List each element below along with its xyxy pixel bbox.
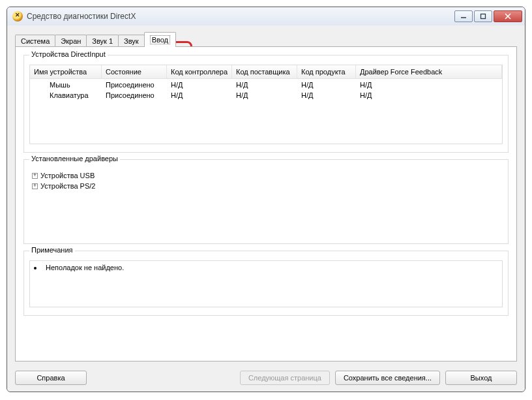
dxdiag-icon — [12, 11, 23, 22]
bullet-icon — [34, 267, 37, 269]
save-all-button[interactable]: Сохранить все сведения... — [335, 371, 440, 385]
next-page-button: Следующая страница — [240, 371, 330, 385]
maximize-button[interactable] — [474, 10, 492, 22]
note-text: Неполадок не найдено. — [46, 264, 124, 271]
window-title: Средство диагностики DirectX — [27, 12, 454, 21]
col-ff[interactable]: Драйвер Force Feedback — [356, 65, 502, 78]
col-vendor[interactable]: Код поставщика — [232, 65, 297, 78]
col-state[interactable]: Состояние — [102, 65, 167, 78]
svg-rect-1 — [481, 14, 486, 19]
group-directinput-devices: Устройства DirectInput Имя устройства Со… — [23, 55, 509, 153]
tab-sound1[interactable]: Звук 1 — [86, 35, 119, 46]
col-product[interactable]: Код продукта — [297, 65, 356, 78]
expand-icon[interactable] — [32, 183, 38, 189]
tree-node-ps2[interactable]: Устройства PS/2 — [32, 181, 503, 191]
window-frame: Средство диагностики DirectX Система Экр… — [7, 7, 525, 392]
help-button[interactable]: Справка — [15, 371, 87, 385]
tree-node-usb[interactable]: Устройства USB — [32, 170, 503, 181]
col-controller[interactable]: Код контроллера — [167, 65, 232, 78]
table-row[interactable]: Мышь Присоединено Н/Д Н/Д Н/Д Н/Д — [30, 80, 502, 90]
titlebar[interactable]: Средство диагностики DirectX — [7, 7, 525, 26]
group-notes-title: Примечания — [29, 246, 75, 254]
tab-sound[interactable]: Звук — [118, 35, 145, 46]
group-notes: Примечания Неполадок не найдено. — [23, 251, 509, 316]
tab-page-input: Устройства DirectInput Имя устройства Со… — [15, 46, 517, 362]
group-drivers-title: Установленные драйверы — [29, 155, 120, 162]
tab-system[interactable]: Система — [15, 35, 55, 46]
col-device-name[interactable]: Имя устройства — [30, 65, 102, 78]
tab-input[interactable]: Ввод — [144, 32, 176, 47]
minimize-button[interactable] — [454, 10, 473, 22]
tab-display[interactable]: Экран — [55, 35, 87, 46]
exit-button[interactable]: Выход — [445, 371, 517, 385]
close-button[interactable] — [494, 10, 522, 22]
group-installed-drivers: Установленные драйверы Устройства USB Ус… — [23, 159, 509, 244]
devices-listview[interactable]: Имя устройства Состояние Код контроллера… — [29, 65, 503, 144]
notes-textbox[interactable]: Неполадок не найдено. — [29, 260, 503, 307]
drivers-tree[interactable]: Устройства USB Устройства PS/2 — [29, 169, 503, 191]
tab-strip: Система Экран Звук 1 Звук Ввод — [15, 32, 517, 46]
devices-header-row: Имя устройства Состояние Код контроллера… — [30, 65, 502, 79]
group-devices-title: Устройства DirectInput — [29, 50, 108, 58]
expand-icon[interactable] — [32, 173, 38, 179]
table-row[interactable]: Клавиатура Присоединено Н/Д Н/Д Н/Д Н/Д — [30, 90, 502, 100]
button-bar: Справка Следующая страница Сохранить все… — [15, 371, 517, 385]
